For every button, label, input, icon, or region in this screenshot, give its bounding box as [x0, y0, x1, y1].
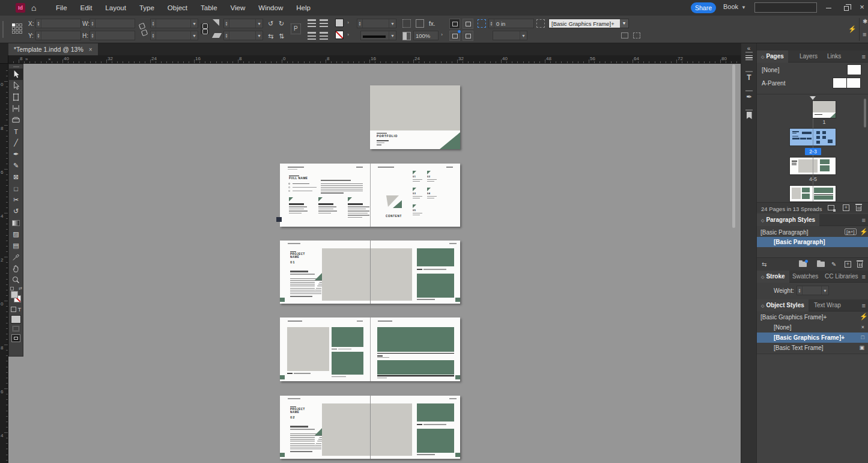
redefine-style-icon[interactable]: ⇆ [762, 260, 766, 269]
workspace-icon[interactable]: ✱ [863, 17, 867, 26]
gradient-feather-tool[interactable]: ▨ [9, 228, 23, 240]
scale-x-field[interactable]: ▲▼▼ [150, 19, 198, 28]
paragraph-styles-menu-icon[interactable]: ≡ [862, 214, 866, 226]
master-a-parent-thumbnail-right[interactable] [847, 78, 860, 88]
toolbar-grip[interactable] [9, 64, 23, 69]
pages-2-3-label[interactable]: 2-3 [805, 148, 821, 155]
master-none-thumbnail[interactable] [848, 65, 861, 75]
pages-6-7-thumbnail[interactable] [790, 186, 836, 201]
free-transform-tool[interactable]: ↺ [9, 206, 23, 217]
drop-shadow-icon[interactable] [449, 31, 460, 41]
swap-fill-stroke-icon[interactable]: ⇄ [19, 286, 22, 291]
pencil-tool[interactable]: ✎ [9, 160, 23, 171]
style-row[interactable]: [Basic Paragraph] [757, 237, 868, 247]
pen-tool[interactable]: ✒ [9, 149, 23, 160]
master-a-parent-thumbnail-left[interactable] [833, 78, 846, 88]
link-scale-icon[interactable] [201, 23, 209, 34]
tab-pages[interactable]: ◇Pages [757, 51, 788, 63]
tab-links[interactable]: Links [823, 51, 845, 63]
panel-menu-icon[interactable]: ≡ [863, 30, 866, 38]
x-field[interactable]: ▲▼ [35, 19, 81, 28]
tab-cc-libraries[interactable]: CC Libraries [821, 271, 863, 283]
canvas-scrollbar[interactable] [732, 64, 735, 228]
distribute-icon[interactable] [320, 19, 328, 27]
spread-2-3[interactable]: FULL NAME CONTENT 0102030405 [280, 164, 460, 227]
style-row[interactable]: [Basic Text Frame]▣ [757, 343, 868, 353]
canvas[interactable]: PORTFOLIO FULL NAME CONTENT 0102030405 P… [8, 64, 741, 463]
style-override-icon[interactable] [621, 32, 628, 38]
stroke-panel-menu-icon[interactable]: ≡ [862, 271, 866, 283]
rotate-cw-icon[interactable]: ↻ [279, 19, 284, 28]
flip-vertical-icon[interactable]: ⇅ [279, 32, 284, 40]
master-none-label[interactable]: [None] [762, 67, 779, 73]
gap-tool[interactable] [9, 103, 23, 114]
scissors-tool[interactable]: ✂ [9, 194, 23, 206]
y-field[interactable]: ▲▼ [35, 31, 81, 40]
direct-selection-tool[interactable] [9, 80, 23, 91]
stroke-type-field[interactable]: ▼ [360, 31, 396, 40]
formatting-text-icon[interactable]: T [18, 307, 22, 313]
wrap-bounding-box-icon[interactable] [449, 19, 460, 29]
ruler-origin[interactable] [0, 55, 8, 64]
gradient-swatch-tool[interactable] [9, 217, 23, 228]
menu-table[interactable]: Table [194, 0, 224, 16]
menu-layout[interactable]: Layout [99, 0, 133, 16]
stroke-weight-panel-field[interactable]: ▲▼▼ [797, 286, 829, 295]
stroke-flyout-arrow[interactable]: › [345, 31, 351, 39]
menu-help[interactable]: Help [290, 0, 317, 16]
pages-4-5-label[interactable]: 4-5 [805, 176, 821, 182]
tab-object-styles[interactable]: ◇Object Styles [757, 299, 809, 311]
stroke-color-swatch[interactable] [335, 31, 344, 39]
tab-stroke[interactable]: ◇Stroke [757, 271, 789, 283]
vertical-ruler[interactable]: 086420864 [0, 64, 8, 463]
align-vertical-icon[interactable] [308, 32, 316, 40]
quick-apply-icon[interactable]: ⚡ [860, 313, 868, 320]
horizontal-ruler[interactable]: » × 840322416808162432404856647280 [8, 55, 741, 64]
cc-library-folder-icon[interactable] [799, 262, 807, 267]
w-field[interactable]: ▲▼ [90, 19, 135, 28]
style-row[interactable]: [Basic Graphics Frame]+□ [757, 333, 868, 343]
rectangle-frame-tool[interactable]: ⊠ [9, 171, 23, 183]
minimize-button[interactable] [822, 0, 835, 14]
stroke-weight-field[interactable]: ▲▼▼ [357, 19, 396, 28]
corner-options-icon[interactable] [402, 19, 411, 28]
opacity-field[interactable]: 100% [413, 31, 439, 40]
menu-edit[interactable]: Edit [74, 0, 99, 16]
share-panel-icon[interactable]: ✒ [741, 93, 757, 101]
opacity-flyout-arrow[interactable]: › [439, 31, 445, 39]
fill-indicator[interactable] [11, 291, 18, 298]
fitting-dropdown[interactable]: ▼ [493, 31, 527, 40]
frame-fitting-icon[interactable] [478, 19, 486, 28]
current-paragraph-style[interactable]: [Basic Paragraph] [760, 229, 809, 236]
hand-tool[interactable] [9, 263, 23, 274]
spread-4-5[interactable]: PROJECT NAME 01 [280, 241, 460, 304]
expand-panels-icon[interactable]: « [741, 45, 756, 52]
flip-horizontal-icon[interactable]: ⇆ [268, 32, 273, 40]
content-collector-tool[interactable] [9, 114, 23, 126]
rectangle-tool[interactable]: □ [9, 183, 23, 194]
style-badge[interactable]: [a+] [845, 228, 857, 235]
auto-fit-icon[interactable] [536, 19, 545, 28]
h-field[interactable]: ▲▼ [90, 31, 135, 40]
apply-color-button[interactable] [11, 315, 21, 323]
corner-shape-icon[interactable] [416, 19, 424, 28]
page-tool[interactable] [9, 91, 23, 103]
fill-flyout-arrow[interactable]: › [345, 19, 351, 27]
clear-overrides-icon[interactable] [633, 32, 640, 38]
apply-gradient-button[interactable] [13, 326, 19, 331]
wrap-object-shape-icon[interactable] [463, 19, 473, 29]
tab-layers[interactable]: Layers [795, 51, 822, 63]
rotation-angle-field[interactable]: ▲▼▼ [223, 19, 263, 28]
text-frame-options-icon[interactable] [463, 31, 473, 41]
book-dropdown[interactable]: Book▼ [723, 3, 746, 10]
pages-2-3-thumbnail[interactable] [790, 129, 836, 146]
quick-apply-icon[interactable]: ⚡ [860, 228, 868, 236]
pages-panel-menu-icon[interactable]: ≡ [862, 51, 866, 63]
paragraph-styles-panel-icon[interactable] [741, 55, 757, 63]
style-group-folder-icon[interactable] [817, 262, 825, 267]
default-fill-stroke-icon[interactable] [10, 287, 14, 290]
transparency-icon[interactable] [402, 32, 411, 40]
shear-angle-field[interactable]: ▲▼▼ [223, 31, 263, 40]
pages-4-5-thumbnail[interactable] [790, 158, 836, 174]
object-style-dropdown[interactable]: [Basic Graphics Frame]+▼ [548, 19, 629, 28]
